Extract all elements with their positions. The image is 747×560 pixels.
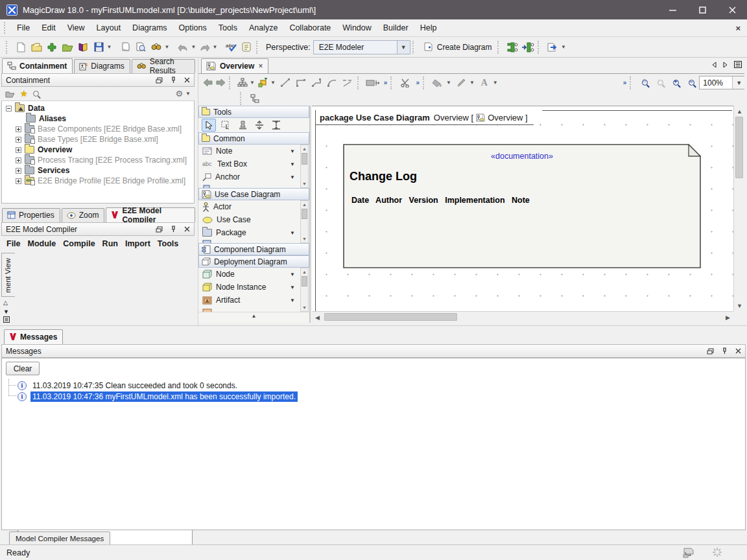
close-button[interactable] (717, 0, 747, 19)
gear-icon[interactable]: ⚙ (175, 89, 183, 99)
tree-item-aliases[interactable]: Aliases (2, 113, 194, 124)
palette-item-clipped[interactable] (198, 307, 309, 312)
scroll-thumb[interactable] (302, 153, 307, 165)
menu-options[interactable]: Options (173, 21, 213, 35)
pin-icon[interactable] (722, 347, 728, 355)
create-diagram-button[interactable]: Create Diagram (420, 40, 496, 55)
layout-dropdown-icon[interactable]: ▼ (250, 80, 255, 86)
report-icon[interactable] (239, 40, 254, 55)
zoom-fit-icon[interactable]: □ (637, 75, 652, 91)
scroll-thumb[interactable] (735, 117, 743, 178)
palette-section-component[interactable]: Component Diagram (198, 243, 309, 255)
tab-overview-diagram[interactable]: Overview × (201, 58, 268, 73)
export-icon[interactable] (545, 40, 560, 55)
tree-item-base-types[interactable]: Base Types [E2E Bridge Base.xml] (2, 134, 194, 145)
scroll-up-icon[interactable]: ▲ (301, 268, 308, 275)
menu-view[interactable]: View (62, 21, 91, 35)
zoom-out-icon[interactable]: − (683, 75, 699, 91)
tab-model-compiler-messages[interactable]: Model Compiler Messages (9, 531, 110, 545)
line-style-rectilinear-icon[interactable] (293, 75, 309, 91)
forward-icon[interactable] (214, 76, 227, 89)
add-project-icon[interactable] (44, 40, 60, 55)
sticky-tool-button[interactable] (235, 119, 250, 132)
print-preview-icon[interactable] (133, 40, 148, 55)
scroll-up-icon[interactable]: ▲ (734, 106, 745, 117)
scroll-thumb[interactable] (302, 209, 307, 219)
scroll-right-icon[interactable]: ▶ (722, 312, 733, 323)
menu-diagrams[interactable]: Diagrams (126, 21, 173, 35)
fill-color-icon[interactable] (430, 75, 445, 91)
next-tab-icon[interactable] (723, 61, 728, 70)
float-panel-icon[interactable] (707, 348, 714, 355)
diagram-canvas[interactable]: package Use Case Diagram Overview [ Over… (312, 106, 733, 311)
float-panel-icon[interactable] (156, 77, 163, 84)
print-icon[interactable] (117, 40, 133, 55)
redo-icon[interactable] (196, 40, 212, 55)
back-icon[interactable] (201, 76, 214, 89)
palette-item-node-instance[interactable]: Node Instance ▼ (198, 281, 309, 294)
chevron-down-icon[interactable]: ▼ (290, 230, 295, 236)
pen-color-dropdown-icon[interactable]: ▼ (469, 80, 475, 86)
toolbar-close-icon[interactable]: × (735, 23, 741, 33)
menu-collaborate[interactable]: Collaborate (283, 21, 337, 35)
chevron-down-icon[interactable]: ▼ (290, 174, 295, 180)
view-list-icon[interactable] (3, 316, 10, 324)
overflow-icon[interactable]: » (384, 79, 386, 86)
scroll-thumb[interactable] (302, 276, 307, 286)
save-icon[interactable] (91, 40, 106, 55)
float-panel-icon[interactable] (156, 226, 163, 233)
tree-item-process-tracing[interactable]: Process Tracing [E2E Process Tracing.xml… (2, 155, 194, 165)
compiler-menu-tools[interactable]: Tools (158, 237, 184, 250)
chevron-down-icon[interactable]: ▼ (732, 76, 745, 89)
export-dropdown-icon[interactable]: ▼ (560, 40, 566, 55)
chevron-down-icon[interactable]: ▼ (290, 161, 295, 167)
font-icon[interactable]: A (477, 75, 492, 91)
tab-messages[interactable]: Messages (4, 329, 63, 344)
close-panel-icon[interactable] (184, 77, 190, 83)
add-element-dropdown-icon[interactable]: ▼ (270, 80, 276, 86)
palette-scrollbar[interactable]: ▲ ▼ (300, 200, 309, 243)
canvas-vertical-scrollbar[interactable]: ▲ ▼ (733, 106, 744, 311)
menu-help[interactable]: Help (414, 21, 443, 35)
tree-item-data[interactable]: Data (2, 103, 194, 113)
menu-tools[interactable]: Tools (213, 21, 243, 35)
scroll-down-icon[interactable]: ▼ (301, 180, 308, 187)
notification-mail-icon[interactable] (682, 547, 695, 558)
zoom-in-icon[interactable]: + (668, 75, 683, 91)
diagram-containment-icon[interactable] (247, 91, 263, 106)
open-project-icon[interactable] (29, 40, 44, 55)
menu-window[interactable]: Window (337, 21, 377, 35)
tab-list-icon[interactable] (734, 61, 742, 70)
palette-item-clipped[interactable] (198, 183, 309, 188)
pin-icon[interactable] (171, 76, 176, 84)
compiler-side-tab[interactable]: ment View (1, 253, 15, 297)
palette-item-actor[interactable]: Actor (198, 200, 309, 213)
close-panel-icon[interactable] (184, 226, 190, 232)
menu-edit[interactable]: Edit (36, 21, 62, 35)
maximize-button[interactable] (687, 0, 717, 19)
expand-icon[interactable] (16, 168, 21, 174)
palette-item-node[interactable]: Node ▼ (198, 268, 309, 281)
model-transform-icon[interactable] (504, 40, 520, 55)
resize-to-fit-icon[interactable] (364, 75, 381, 91)
undo-dropdown-icon[interactable]: ▼ (191, 40, 196, 55)
line-style-curved-icon[interactable] (324, 75, 340, 91)
chevron-down-icon[interactable]: ▼ (290, 285, 295, 290)
cut-icon[interactable] (397, 75, 413, 91)
open-specification-icon[interactable] (5, 89, 15, 98)
canvas-horizontal-scrollbar[interactable]: ◀ ▶ (312, 311, 733, 322)
tab-search-results[interactable]: Search Results (132, 59, 195, 73)
find-dropdown-icon[interactable]: ▼ (164, 40, 170, 55)
palette-item-clipped[interactable] (198, 239, 309, 243)
tab-containment[interactable]: Containment (2, 58, 73, 73)
compiler-menu-compile[interactable]: Compile (63, 237, 101, 250)
clear-button[interactable]: Clear (6, 362, 40, 375)
palette-item-usecase[interactable]: Use Case (198, 213, 309, 226)
palette-item-package[interactable]: Package ▼ (198, 226, 309, 239)
compiler-menu-file[interactable]: File (6, 237, 27, 250)
new-project-icon[interactable] (13, 40, 29, 55)
palette-item-textbox[interactable]: abc Text Box ▼ (198, 158, 309, 170)
compiler-menu-run[interactable]: Run (102, 237, 124, 250)
scroll-up-icon[interactable]: ▲ (301, 145, 308, 152)
close-panel-icon[interactable] (735, 348, 741, 354)
